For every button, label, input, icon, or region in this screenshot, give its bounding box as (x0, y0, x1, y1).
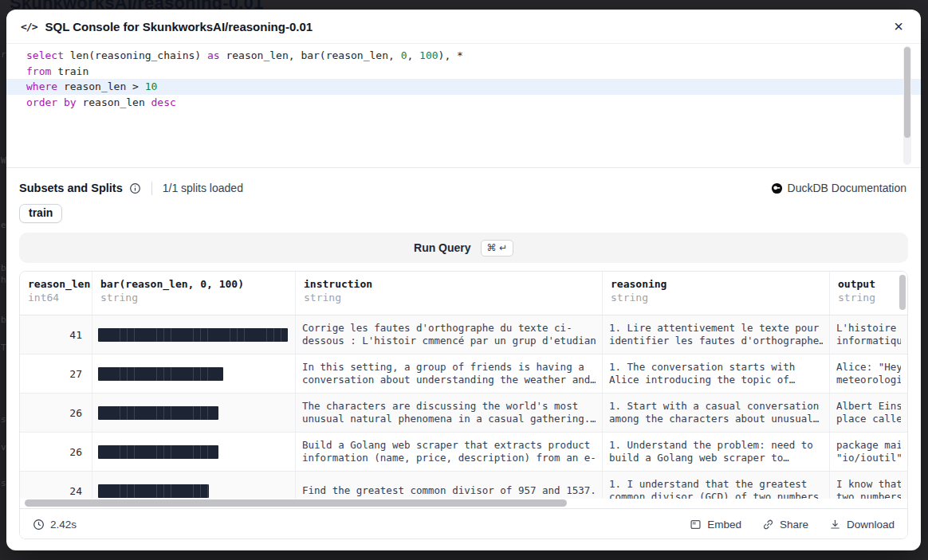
cell-text-line: 1. Start with a casual conversation (609, 400, 823, 413)
cell-text-line: Find the greatest common divisor of 957 … (302, 484, 596, 497)
cell-text-line: Alice introducing the topic of… (609, 374, 823, 386)
cell-reasoning: 1. The conversation starts withAlice int… (603, 354, 830, 393)
info-icon[interactable] (129, 182, 141, 194)
cell-reasoning: 1. Start with a casual conversationamong… (603, 394, 830, 432)
column-header-reason-len[interactable]: reason_lenint64 (20, 272, 92, 315)
cell-text-line: The characters are discussing the world'… (302, 400, 596, 413)
column-header-bar-reason-len-0-100[interactable]: bar(reason_len, 0, 100)string (92, 272, 296, 315)
cell-bar (92, 394, 296, 432)
column-type: string (611, 292, 821, 303)
column-name: bar(reason_len, 0, 100) (100, 278, 287, 290)
results-panel: reason_lenint64bar(reason_len, 0, 100)st… (19, 271, 908, 539)
subsets-row: Subsets and Splits 1/1 splits loaded Duc… (19, 179, 906, 197)
background-fragment: b (1, 263, 6, 273)
cell-text-line: 1. The conversation starts with (609, 361, 823, 374)
table-row[interactable]: 27In this setting, a group of friends is… (20, 354, 907, 394)
background-fragment: h (1, 275, 6, 285)
footer-actions: Embed Share Download (690, 519, 895, 531)
cell-text-line: Albert Einste (836, 400, 901, 413)
cell-bar (92, 472, 296, 499)
background-fragment: s (1, 414, 6, 425)
embed-button[interactable]: Embed (690, 519, 741, 531)
table-header-row: reason_lenint64bar(reason_len, 0, 100)st… (20, 272, 907, 315)
cell-text-line: Build a Golang web scraper that extracts… (302, 439, 596, 452)
background-fragment: b (1, 315, 6, 325)
share-button[interactable]: Share (762, 519, 808, 531)
horizontal-scrollbar[interactable] (20, 499, 907, 508)
background-fragment: r (1, 49, 6, 60)
cell-reason-len: 41 (20, 315, 92, 354)
download-icon (829, 519, 841, 531)
cell-reason-len: 24 (20, 472, 92, 499)
table-row[interactable]: 26Build a Golang web scraper that extrac… (20, 433, 907, 472)
cell-text-line: I know that t (836, 478, 901, 491)
column-header-instruction[interactable]: instructionstring (296, 272, 603, 315)
cell-instruction: Build a Golang web scraper that extracts… (296, 433, 603, 471)
cell-bar (92, 433, 296, 471)
cell-text-line: meteorologist (836, 374, 901, 386)
cell-reason-len: 27 (20, 354, 92, 393)
subsets-heading: Subsets and Splits (19, 182, 123, 194)
share-label: Share (780, 519, 808, 531)
duckdb-documentation-link[interactable]: DuckDB Documentation (771, 182, 906, 194)
sql-editor[interactable]: select len(reasoning_chains) as reason_l… (6, 44, 921, 168)
background-fragment: s (1, 478, 6, 488)
bar-glyph (98, 445, 218, 459)
cell-text-line: place called (836, 413, 901, 425)
code-line: where reason_len > 10 (6, 79, 921, 95)
column-header-reasoning[interactable]: reasoningstring (603, 272, 830, 315)
column-name: reason_len (28, 278, 84, 290)
cell-text-line: package main (836, 439, 901, 452)
run-query-button[interactable]: Run Query ⌘ ↵ (19, 233, 908, 263)
split-badge-train[interactable]: train (19, 204, 62, 223)
cell-text-line: two numbers i (836, 491, 901, 499)
cell-text-line: 1. I understand that the greatest (609, 478, 823, 491)
duckdb-documentation-label: DuckDB Documentation (788, 182, 906, 194)
run-query-label: Run Query (414, 241, 471, 254)
editor-scrollbar[interactable] (903, 46, 911, 165)
cell-text-line: L'histoire co (836, 322, 901, 335)
cell-output: Albert Einsteplace called (830, 394, 907, 432)
cell-reason-len: 26 (20, 394, 92, 432)
bar-glyph (98, 367, 223, 381)
table-vertical-scrollbar-thumb[interactable] (899, 275, 906, 310)
cell-output: package main "io/ioutil" " (830, 433, 907, 471)
column-type: string (100, 292, 287, 303)
download-button[interactable]: Download (829, 519, 895, 531)
column-type: string (838, 292, 899, 303)
table-body: 41Corrige les fautes d'orthographe du te… (20, 315, 907, 499)
bar-glyph (98, 484, 209, 498)
cell-instruction: Find the greatest common divisor of 957 … (296, 472, 603, 499)
column-header-output[interactable]: outputstring (830, 272, 907, 315)
cell-reasoning: 1. Understand the problem: need tobuild … (603, 433, 830, 471)
cell-text-line: Corrige les fautes d'orthographe du text… (302, 322, 596, 335)
bar-glyph (98, 328, 288, 342)
code-line: order by reason_len desc (6, 95, 921, 111)
close-icon[interactable]: × (891, 17, 906, 36)
table-row[interactable]: 41Corrige les fautes d'orthographe du te… (20, 315, 907, 354)
cell-output: I know that ttwo numbers i (830, 472, 907, 499)
cell-text-line: identifier les fautes d'orthographe… (609, 335, 823, 347)
code-icon: </> (21, 21, 37, 33)
clock-icon (33, 519, 45, 531)
cell-text-line: dessous : L'histoir cmmencé par un grup … (302, 335, 596, 347)
column-name: reasoning (611, 278, 821, 290)
cell-text-line: common divisor (GCD) of two numbers (609, 491, 823, 499)
table-row[interactable]: 26The characters are discussing the worl… (20, 394, 907, 433)
horizontal-scrollbar-thumb[interactable] (25, 499, 567, 507)
cell-text-line: "io/ioutil" " (836, 452, 901, 464)
background-fragment: v (1, 442, 6, 452)
cell-text-line: unusual natural phenomena in a casual ga… (302, 413, 596, 425)
editor-scrollbar-thumb[interactable] (904, 47, 910, 138)
cell-output: Alice: "Hey gmeteorologist (830, 354, 907, 393)
splits-loaded-status: 1/1 splits loaded (163, 182, 243, 194)
cell-instruction: In this setting, a group of friends is h… (296, 354, 603, 393)
share-link-icon (762, 519, 774, 531)
code-line: from train (6, 64, 921, 80)
embed-label: Embed (707, 519, 741, 531)
column-name: instruction (304, 278, 594, 290)
sql-code: select len(reasoning_chains) as reason_l… (6, 48, 921, 110)
table-vertical-scrollbar[interactable] (899, 273, 906, 499)
table-row[interactable]: 24Find the greatest common divisor of 95… (20, 472, 907, 499)
results-footer: 2.42s Embed Share (20, 508, 907, 539)
